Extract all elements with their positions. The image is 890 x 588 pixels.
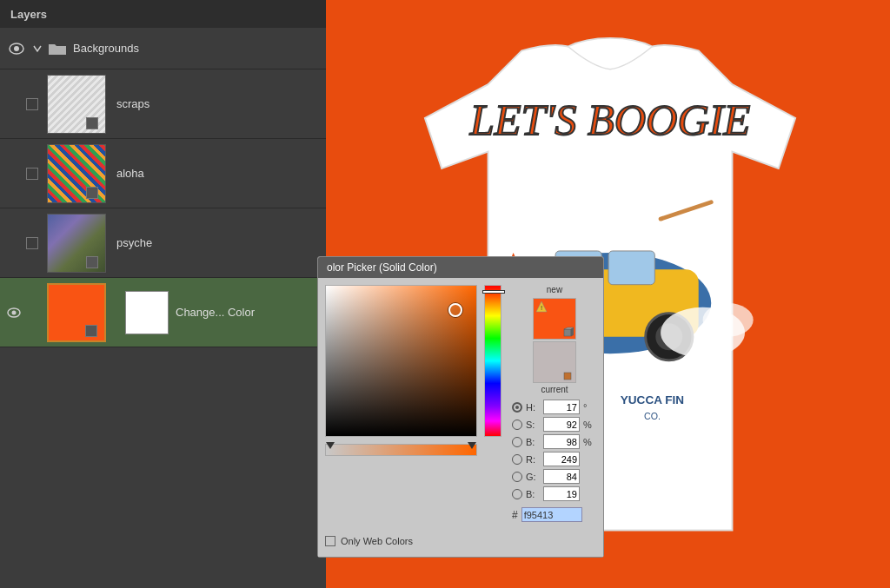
- folder-icon: [49, 42, 66, 56]
- cp-field-g: G:: [512, 469, 597, 484]
- cp-gradient-box[interactable]: [325, 285, 477, 437]
- active-layer-eye-icon[interactable]: [7, 307, 21, 318]
- cp-swatch-new[interactable]: !: [533, 298, 576, 340]
- cp-hue-handle: [482, 290, 505, 294]
- cp-current-label: current: [541, 385, 568, 394]
- cp-label-h: H:: [526, 402, 540, 413]
- cp-hue-slider[interactable]: [484, 285, 501, 437]
- layer-visibility-checkbox-aloha[interactable]: [26, 168, 38, 180]
- cp-input-h[interactable]: [543, 400, 580, 414]
- svg-point-16: [12, 310, 17, 314]
- cp-top-row: new !: [325, 285, 596, 522]
- cp-new-label: new: [547, 285, 562, 294]
- layer-bottom-icon-aloha: [86, 187, 98, 199]
- color-picker-panel: olor Picker (Solid Color): [317, 256, 604, 558]
- svg-rect-8: [608, 250, 654, 284]
- panel-title: Layers: [10, 8, 47, 21]
- cp-spectrum-handle-left: [326, 442, 335, 449]
- cube-icon-2: [563, 370, 574, 380]
- cp-unit-h: °: [583, 402, 597, 413]
- cp-radio-s[interactable]: [512, 420, 522, 430]
- svg-point-10: [703, 303, 754, 337]
- cp-spectrum-strip[interactable]: [325, 444, 477, 456]
- cp-radio-b2[interactable]: [512, 489, 522, 499]
- cp-field-s: S: %: [512, 417, 597, 432]
- layer-bottom-icon-psyche: [86, 256, 98, 268]
- layer-visibility-checkbox-scraps[interactable]: [26, 98, 38, 110]
- expand-icon[interactable]: [31, 43, 43, 55]
- layers-panel: Layers Backgrounds scraps a: [0, 0, 326, 588]
- svg-text:!: !: [541, 304, 542, 312]
- group-name: Backgrounds: [73, 42, 139, 55]
- svg-text:CO.: CO.: [644, 410, 661, 420]
- cp-input-b2[interactable]: [543, 486, 580, 501]
- cp-webcol-label: Only Web Colors: [341, 536, 413, 546]
- cp-webcol-check[interactable]: [325, 536, 335, 546]
- svg-text:YUCCA FIN: YUCCA FIN: [621, 393, 684, 406]
- layer-visibility-checkbox-psyche[interactable]: [26, 237, 38, 249]
- cp-label-r: R:: [526, 454, 540, 465]
- cp-gradient-dark: [326, 286, 476, 436]
- cp-input-s[interactable]: [543, 417, 580, 432]
- cp-radio-h[interactable]: [512, 402, 522, 413]
- cp-swatches-col: new !: [508, 285, 601, 396]
- cp-radio-b[interactable]: [512, 437, 522, 447]
- cp-input-r[interactable]: [543, 452, 580, 466]
- layer-thumb-scraps: [47, 75, 106, 134]
- layer-bottom-icon-scraps: [86, 117, 98, 129]
- cp-radio-g[interactable]: [512, 472, 522, 482]
- layer-item-aloha[interactable]: aloha: [0, 139, 326, 208]
- cp-field-b: B: %: [512, 434, 597, 449]
- cube-icon: [563, 327, 574, 337]
- cp-field-r: R:: [512, 452, 597, 466]
- layer-thumb-aloha: [47, 144, 106, 203]
- layer-thumb-psyche: [47, 214, 106, 273]
- cp-hex-input[interactable]: [521, 507, 582, 522]
- cp-label-b: B:: [526, 437, 540, 447]
- cp-spectrum-handle-right: [468, 442, 476, 449]
- svg-marker-21: [571, 327, 574, 336]
- visibility-icon[interactable]: [9, 41, 24, 56]
- layer-name-active: Change... Color: [176, 306, 255, 319]
- layer-name-scraps: scraps: [116, 97, 149, 110]
- layer-group-backgrounds[interactable]: Backgrounds: [0, 28, 326, 69]
- layer-item-scraps[interactable]: scraps: [0, 69, 326, 139]
- cp-hex-row: #: [512, 507, 597, 522]
- layer-thumb-active: [47, 283, 106, 342]
- layers-title-bar: Layers: [0, 0, 326, 28]
- cp-label-b2: B:: [526, 489, 540, 499]
- cp-radio-r[interactable]: [512, 454, 522, 465]
- cp-unit-s: %: [583, 420, 597, 430]
- cp-input-b[interactable]: [543, 434, 580, 449]
- svg-rect-22: [564, 373, 571, 380]
- cp-field-b2: B:: [512, 486, 597, 501]
- cp-label-g: G:: [526, 472, 540, 482]
- layer-bottom-icon-active: [85, 325, 97, 337]
- cp-unit-b: %: [583, 437, 597, 447]
- white-swatch: [125, 291, 169, 334]
- cp-hash: #: [512, 509, 518, 521]
- layer-name-aloha: aloha: [116, 167, 144, 180]
- svg-rect-19: [564, 329, 571, 336]
- gamut-warning-icon: !: [535, 301, 548, 313]
- color-picker-body: new !: [318, 278, 603, 557]
- cp-label-s: S:: [526, 420, 540, 430]
- color-picker-title: olor Picker (Solid Color): [318, 257, 603, 278]
- layer-name-psyche: psyche: [116, 236, 152, 249]
- svg-text:LET'S BOOGIE: LET'S BOOGIE: [469, 96, 751, 144]
- cp-swatch-current: [533, 341, 576, 383]
- cp-right-col: new !: [508, 285, 601, 522]
- cp-fields: H: ° S: % B: %: [508, 400, 601, 522]
- cp-input-g[interactable]: [543, 469, 580, 484]
- svg-point-14: [14, 46, 19, 51]
- layer-item-psyche[interactable]: psyche: [0, 208, 326, 278]
- cp-left-col: [325, 285, 477, 456]
- cp-field-h: H: °: [512, 400, 597, 414]
- cp-bottom-row: Only Web Colors: [325, 532, 596, 550]
- layer-item-active[interactable]: Change... Color: [0, 278, 326, 347]
